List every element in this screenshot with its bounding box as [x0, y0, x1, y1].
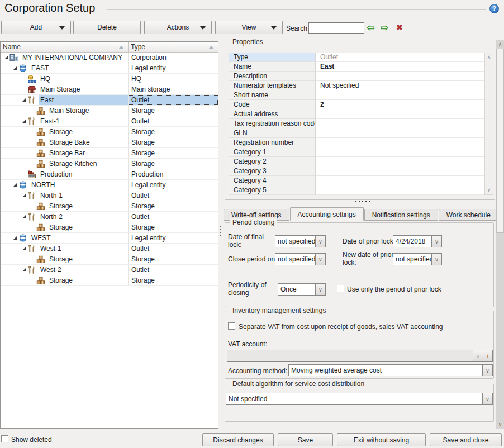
- tab-accounting-settings[interactable]: Accounting settings: [290, 207, 364, 221]
- search-next-icon[interactable]: ⇨: [381, 22, 388, 34]
- expand-collapse-icon[interactable]: [21, 268, 27, 272]
- tree-name-cell[interactable]: MY INTERNATIONAL COMPANY: [1, 53, 129, 63]
- property-row[interactable]: Short name: [229, 90, 484, 100]
- tab-work-schedule[interactable]: Work schedule: [439, 209, 498, 221]
- actions-button[interactable]: Actions: [144, 21, 212, 34]
- tree-row-type[interactable]: Main storage: [129, 84, 218, 94]
- tree-row-type[interactable]: Outlet: [129, 95, 218, 105]
- tree-name-cell[interactable]: EAST: [1, 63, 129, 73]
- expand-collapse-icon[interactable]: [12, 236, 18, 240]
- scrollbar-thumb[interactable]: [496, 49, 504, 233]
- tree-row[interactable]: Storage BarStorage: [1, 148, 218, 159]
- search-input[interactable]: [308, 22, 364, 34]
- tree-row[interactable]: MY INTERNATIONAL COMPANYCorporation: [1, 53, 218, 63]
- tree-name-cell[interactable]: West-2: [1, 265, 129, 275]
- search-prev-icon[interactable]: ⇦: [367, 22, 374, 34]
- property-value[interactable]: Not specified: [316, 81, 484, 90]
- tree-name-cell[interactable]: Production: [1, 169, 129, 179]
- save-and-close-button[interactable]: Save and close: [430, 433, 502, 446]
- tree-row[interactable]: StorageStorage: [1, 222, 218, 233]
- property-value[interactable]: East: [316, 62, 484, 72]
- tree-row[interactable]: EastOutlet: [1, 95, 218, 106]
- property-row[interactable]: Actual address: [229, 109, 484, 119]
- accounting-method-combo[interactable]: Moving weighted average cost ∨: [288, 364, 493, 376]
- property-value[interactable]: [316, 166, 484, 176]
- discard-changes-button[interactable]: Discard changes: [202, 433, 274, 446]
- property-row[interactable]: Category 3: [229, 166, 484, 176]
- vat-account-combo[interactable]: ∨ +: [227, 350, 493, 362]
- tree-row[interactable]: East-1Outlet: [1, 116, 218, 127]
- default-algorithm-combo[interactable]: Not specified ∨: [226, 393, 493, 405]
- periodicity-combo[interactable]: Once ∨: [278, 283, 326, 296]
- expand-collapse-icon[interactable]: [12, 183, 18, 187]
- property-row[interactable]: Category 5: [229, 185, 484, 195]
- add-account-icon[interactable]: +: [483, 350, 492, 361]
- scroll-up-icon[interactable]: ∧: [496, 40, 504, 49]
- show-deleted-checkbox[interactable]: [1, 435, 8, 442]
- property-value[interactable]: 2: [316, 100, 484, 109]
- tree-row[interactable]: HQHQ: [1, 74, 218, 84]
- tree-row-type[interactable]: Legal entity: [129, 180, 218, 190]
- chevron-down-icon[interactable]: ∨: [473, 350, 483, 361]
- exit-without-saving-button[interactable]: Exit without saving: [337, 433, 426, 446]
- tree-name-cell[interactable]: North-2: [1, 212, 129, 222]
- chevron-down-icon[interactable]: ∨: [431, 254, 441, 265]
- property-value[interactable]: [316, 119, 484, 128]
- property-row[interactable]: TypeOutlet: [229, 53, 484, 62]
- tree-row-type[interactable]: Storage: [129, 106, 218, 116]
- property-value[interactable]: [316, 109, 484, 119]
- tree-name-cell[interactable]: Storage Bake: [1, 137, 129, 147]
- property-row[interactable]: Category 1: [229, 147, 484, 157]
- panel-splitter[interactable]: [220, 225, 221, 237]
- chevron-down-icon[interactable]: ∨: [315, 236, 325, 247]
- expand-collapse-icon[interactable]: [12, 66, 18, 70]
- expand-collapse-icon[interactable]: [21, 193, 27, 198]
- close-period-combo[interactable]: not specified ∨: [275, 253, 326, 265]
- tree-row-type[interactable]: Storage: [129, 275, 218, 285]
- property-row[interactable]: GLN: [229, 128, 484, 138]
- separate-vat-checkbox[interactable]: [228, 322, 235, 330]
- date-final-lock-combo[interactable]: not specified ∨: [275, 235, 326, 247]
- chevron-down-icon[interactable]: ∨: [315, 254, 325, 265]
- property-value[interactable]: [316, 90, 484, 100]
- save-button[interactable]: Save: [278, 433, 333, 446]
- tree-row-type[interactable]: Legal entity: [129, 63, 218, 73]
- tree-row-type[interactable]: Storage: [129, 254, 218, 264]
- scroll-up-icon[interactable]: ∧: [485, 53, 493, 61]
- tree-row[interactable]: StorageStorage: [1, 201, 218, 212]
- tree-row[interactable]: StorageStorage: [1, 254, 218, 265]
- property-row[interactable]: Code2: [229, 100, 484, 109]
- new-date-prior-combo[interactable]: not specified ∨: [393, 253, 442, 265]
- tree-name-cell[interactable]: Storage: [1, 254, 129, 264]
- use-only-prior-lock-checkbox[interactable]: [337, 285, 344, 292]
- tree-name-cell[interactable]: East: [1, 95, 129, 105]
- search-clear-icon[interactable]: ✖: [396, 23, 403, 32]
- tree-row[interactable]: Storage BakeStorage: [1, 137, 218, 148]
- chevron-down-icon[interactable]: ∨: [482, 393, 492, 404]
- tree-name-cell[interactable]: Storage: [1, 201, 129, 211]
- tree-row-type[interactable]: Storage: [129, 148, 218, 158]
- expand-collapse-icon[interactable]: [21, 215, 27, 219]
- tree-name-cell[interactable]: Storage: [1, 222, 129, 232]
- tree-row-type[interactable]: Legal entity: [129, 233, 218, 243]
- tree-row[interactable]: ProductionProduction: [1, 169, 218, 180]
- tree-row-type[interactable]: Outlet: [129, 265, 218, 275]
- expand-collapse-icon[interactable]: [21, 119, 27, 123]
- property-value[interactable]: [316, 72, 484, 81]
- tree-name-cell[interactable]: NORTH: [1, 180, 129, 190]
- tree-row[interactable]: Main StorageStorage: [1, 106, 218, 116]
- property-row[interactable]: Tax registration reason code: [229, 119, 484, 128]
- property-row[interactable]: Numerator templatesNot specified: [229, 81, 484, 90]
- property-row[interactable]: Category 4: [229, 176, 484, 185]
- date-prior-lock-combo[interactable]: 4/24/2018 ∨: [393, 235, 442, 247]
- tree-row-type[interactable]: Outlet: [129, 212, 218, 222]
- property-row[interactable]: NameEast: [229, 62, 484, 72]
- help-icon[interactable]: ?: [489, 4, 499, 13]
- tree-row[interactable]: North-2Outlet: [1, 212, 218, 222]
- tree-row[interactable]: Main StorageMain storage: [1, 84, 218, 95]
- expand-collapse-icon[interactable]: [3, 55, 9, 60]
- property-value[interactable]: [316, 128, 484, 138]
- tree-column-name[interactable]: Name: [1, 42, 129, 52]
- tree-row[interactable]: Storage KitchenStorage: [1, 159, 218, 169]
- tree-row-type[interactable]: Outlet: [129, 244, 218, 254]
